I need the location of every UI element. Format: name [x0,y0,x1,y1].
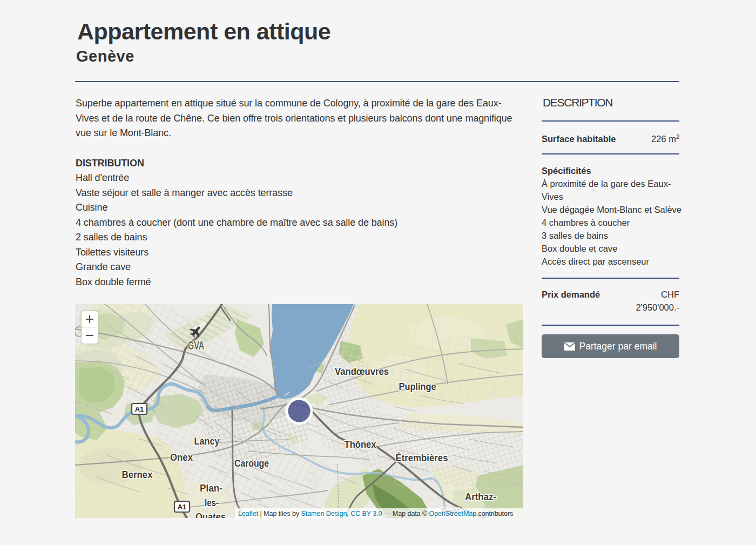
svg-text:les-: les- [205,497,219,508]
svg-text:Lancy: Lancy [194,435,220,447]
svg-text:Arthaz-: Arthaz- [465,491,496,502]
svg-text:A1: A1 [135,405,144,413]
svg-text:Vandœuvres: Vandœuvres [335,366,389,377]
svg-text:GVA: GVA [188,339,204,352]
svg-text:Carouge: Carouge [234,457,269,469]
svg-text:Puplinge: Puplinge [399,381,436,392]
svg-text:A1: A1 [178,503,187,511]
svg-text:Leaflet | Map tiles by Stamen: Leaflet | Map tiles by Stamen Design, CC… [238,510,513,517]
svg-text:Étrembières: Étrembières [396,452,448,463]
svg-text:Plan-: Plan- [200,482,222,494]
svg-text:Bernex: Bernex [122,469,153,480]
svg-text:Onex: Onex [170,452,193,463]
svg-text:Ouates: Ouates [195,511,226,518]
svg-text:Thônex: Thônex [345,439,376,450]
